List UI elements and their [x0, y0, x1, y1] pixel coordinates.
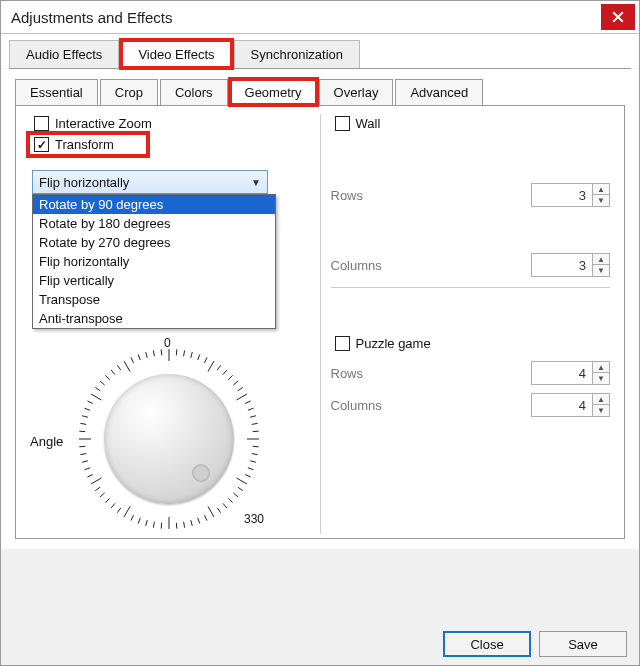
save-button[interactable]: Save [539, 631, 627, 657]
close-button[interactable]: Close [443, 631, 531, 657]
subtab-colors[interactable]: Colors [160, 79, 228, 105]
svg-line-46 [100, 493, 105, 497]
transform-option[interactable]: Flip vertically [33, 271, 275, 290]
puzzle-rows-spin[interactable]: 4 ▲▼ [531, 361, 610, 385]
tab-video-effects[interactable]: Video Effects [121, 40, 231, 68]
wall-rows-label: Rows [331, 188, 364, 203]
transform-option[interactable]: Rotate by 180 degrees [33, 214, 275, 233]
subtab-overlay[interactable]: Overlay [319, 79, 394, 105]
svg-line-50 [84, 468, 90, 470]
svg-line-60 [91, 394, 101, 400]
svg-line-21 [250, 461, 256, 463]
window-close-button[interactable] [601, 4, 635, 30]
svg-line-37 [161, 523, 162, 529]
transform-combo[interactable]: Flip horizontally ▼ Rotate by 90 degrees… [32, 170, 268, 194]
angle-dial[interactable]: 0 330 [74, 344, 264, 534]
svg-line-24 [237, 478, 247, 484]
puzzle-row[interactable]: Puzzle game [331, 334, 611, 353]
puzzle-columns-value[interactable]: 4 [532, 398, 592, 413]
svg-line-42 [124, 507, 130, 517]
puzzle-rows-field: Rows 4 ▲▼ [331, 361, 611, 385]
puzzle-checkbox[interactable] [335, 336, 350, 351]
svg-line-47 [95, 487, 100, 490]
spin-down-icon[interactable]: ▼ [593, 405, 609, 416]
spin-up-icon[interactable]: ▲ [593, 254, 609, 265]
svg-line-23 [245, 474, 250, 477]
svg-line-19 [253, 446, 259, 447]
svg-line-40 [138, 518, 140, 524]
angle-label: Angle [30, 434, 63, 449]
svg-line-8 [223, 370, 227, 375]
tab-audio-effects[interactable]: Audio Effects [9, 40, 119, 68]
svg-line-12 [237, 394, 247, 400]
transform-option[interactable]: Transpose [33, 290, 275, 309]
dial-knob[interactable] [104, 374, 234, 504]
svg-line-32 [198, 518, 200, 524]
wall-columns-spin[interactable]: 3 ▲▼ [531, 253, 610, 277]
svg-line-22 [248, 468, 254, 470]
adjustments-effects-window: Adjustments and Effects Audio Effects Vi… [0, 0, 640, 666]
wall-label: Wall [356, 116, 381, 131]
svg-line-39 [146, 520, 148, 526]
svg-line-34 [184, 522, 185, 528]
spin-up-icon[interactable]: ▲ [593, 362, 609, 373]
svg-line-33 [191, 520, 193, 526]
svg-line-11 [238, 387, 243, 390]
svg-line-30 [208, 507, 214, 517]
dial-tick-330: 330 [244, 512, 264, 526]
wall-columns-value[interactable]: 3 [532, 258, 592, 273]
tab-synchronization[interactable]: Synchronization [234, 40, 361, 68]
svg-line-56 [80, 423, 86, 424]
svg-line-70 [153, 350, 154, 356]
interactive-zoom-checkbox[interactable] [34, 116, 49, 131]
transform-row[interactable]: Transform [30, 135, 146, 154]
svg-line-57 [82, 416, 88, 418]
subtab-crop[interactable]: Crop [100, 79, 158, 105]
titlebar: Adjustments and Effects [1, 1, 639, 33]
geometry-right-column: Wall Rows 3 ▲▼ Columns 3 ▲▼ [320, 114, 611, 534]
wall-rows-spin[interactable]: 3 ▲▼ [531, 183, 610, 207]
spin-down-icon[interactable]: ▼ [593, 195, 609, 206]
wall-rows-field: Rows 3 ▲▼ [331, 183, 611, 207]
interactive-zoom-row[interactable]: Interactive Zoom [30, 114, 310, 133]
spin-up-icon[interactable]: ▲ [593, 184, 609, 195]
transform-option[interactable]: Rotate by 270 degrees [33, 233, 275, 252]
subtab-geometry[interactable]: Geometry [230, 79, 317, 105]
spin-down-icon[interactable]: ▼ [593, 265, 609, 276]
spin-up-icon[interactable]: ▲ [593, 394, 609, 405]
svg-line-64 [111, 370, 115, 375]
spin-down-icon[interactable]: ▼ [593, 373, 609, 384]
svg-line-38 [153, 522, 154, 528]
svg-line-28 [223, 503, 227, 508]
svg-line-13 [245, 401, 250, 404]
svg-line-69 [146, 352, 148, 358]
svg-line-9 [228, 375, 232, 379]
svg-line-16 [252, 423, 258, 424]
dial-tick-0: 0 [164, 336, 171, 350]
puzzle-rows-value[interactable]: 4 [532, 366, 592, 381]
close-icon [612, 11, 624, 23]
svg-line-35 [176, 523, 177, 529]
wall-columns-label: Columns [331, 258, 382, 273]
transform-option[interactable]: Rotate by 90 degrees [33, 195, 275, 214]
subtab-essential[interactable]: Essential [15, 79, 98, 105]
subtab-advanced[interactable]: Advanced [395, 79, 483, 105]
svg-line-58 [84, 408, 90, 410]
transform-checkbox[interactable] [34, 137, 49, 152]
svg-line-49 [87, 474, 92, 477]
window-title: Adjustments and Effects [11, 9, 172, 26]
main-tabstrip: Audio Effects Video Effects Synchronizat… [1, 34, 639, 68]
transform-combo-box[interactable]: Flip horizontally ▼ [32, 170, 268, 194]
geometry-panel: Interactive Zoom Transform Flip horizont… [15, 106, 625, 539]
transform-combo-list: Rotate by 90 degrees Rotate by 180 degre… [32, 194, 276, 329]
svg-line-17 [253, 431, 259, 432]
wall-row[interactable]: Wall [331, 114, 611, 133]
transform-option[interactable]: Flip horizontally [33, 252, 275, 271]
transform-option[interactable]: Anti-transpose [33, 309, 275, 328]
wall-rows-value[interactable]: 3 [532, 188, 592, 203]
svg-line-68 [138, 354, 140, 360]
svg-line-53 [79, 446, 85, 447]
svg-line-4 [198, 354, 200, 360]
puzzle-columns-spin[interactable]: 4 ▲▼ [531, 393, 610, 417]
wall-checkbox[interactable] [335, 116, 350, 131]
